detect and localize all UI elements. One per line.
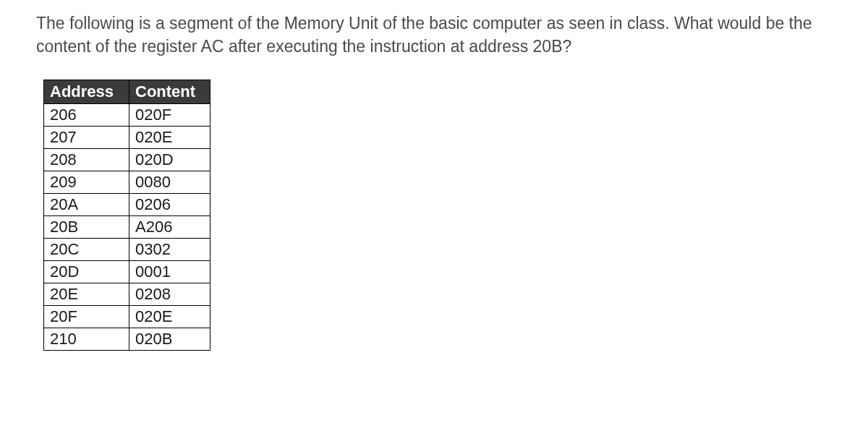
content-cell: 0208 bbox=[129, 283, 210, 306]
table-row: 20C 0302 bbox=[44, 239, 210, 261]
table-row: 210 020B bbox=[44, 328, 210, 351]
content-cell: 0206 bbox=[129, 194, 210, 216]
table-row: 20E 0208 bbox=[44, 283, 210, 306]
table-row: 206 020F bbox=[44, 104, 210, 127]
content-cell: 020F bbox=[129, 104, 210, 127]
table-row: 20D 0001 bbox=[44, 261, 210, 283]
table-row: 209 0080 bbox=[44, 171, 210, 194]
content-cell: 020B bbox=[129, 328, 210, 351]
table-row: 20A 0206 bbox=[44, 194, 210, 216]
address-cell: 20F bbox=[44, 306, 129, 328]
address-cell: 208 bbox=[44, 149, 129, 171]
table-header-row: Address Content bbox=[44, 80, 210, 104]
content-header: Content bbox=[129, 80, 210, 104]
address-cell: 209 bbox=[44, 171, 129, 194]
address-cell: 210 bbox=[44, 328, 129, 351]
memory-table: Address Content 206 020F 207 020E 208 02… bbox=[43, 80, 210, 351]
address-cell: 20E bbox=[44, 283, 129, 306]
question-text: The following is a segment of the Memory… bbox=[36, 12, 832, 58]
content-cell: A206 bbox=[129, 216, 210, 239]
content-cell: 020D bbox=[129, 149, 210, 171]
address-cell: 20A bbox=[44, 194, 129, 216]
table-row: 208 020D bbox=[44, 149, 210, 171]
table-row: 207 020E bbox=[44, 127, 210, 149]
content-cell: 0001 bbox=[129, 261, 210, 283]
address-cell: 207 bbox=[44, 127, 129, 149]
address-cell: 20D bbox=[44, 261, 129, 283]
table-row: 20F 020E bbox=[44, 306, 210, 328]
content-cell: 0080 bbox=[129, 171, 210, 194]
address-cell: 20C bbox=[44, 239, 129, 261]
address-header: Address bbox=[44, 80, 129, 104]
content-cell: 020E bbox=[129, 306, 210, 328]
table-row: 20B A206 bbox=[44, 216, 210, 239]
address-cell: 20B bbox=[44, 216, 129, 239]
content-cell: 020E bbox=[129, 127, 210, 149]
content-cell: 0302 bbox=[129, 239, 210, 261]
address-cell: 206 bbox=[44, 104, 129, 127]
